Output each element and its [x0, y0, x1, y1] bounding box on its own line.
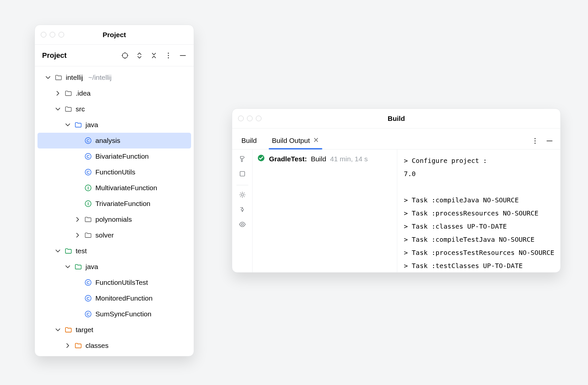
window-controls [238, 116, 261, 121]
tree-item-target[interactable]: target [35, 322, 194, 338]
console-line: 7.0 [404, 170, 416, 178]
folder-icon [84, 232, 92, 238]
tree-item-root[interactable]: intellij ~/intellij [35, 70, 194, 85]
close-window-button[interactable] [41, 32, 46, 37]
tree-item-label: analysis [95, 137, 120, 145]
gear-icon[interactable] [239, 191, 246, 200]
build-titlebar: Build [232, 109, 560, 128]
chevron-down-icon[interactable] [64, 263, 71, 270]
minimize-window-button[interactable] [50, 32, 55, 37]
source-folder-icon [74, 122, 82, 128]
tree-item-label: java [86, 263, 98, 271]
chevron-right-icon[interactable] [64, 342, 71, 349]
console-line: > Task :testClasses UP-TO-DATE [404, 262, 523, 270]
tree-item-label: intellij [66, 74, 83, 81]
tree-item-test[interactable]: test [35, 243, 194, 259]
tree-item-polynomials[interactable]: polynomials [35, 212, 194, 227]
console-line: > Task :classes UP-TO-DATE [404, 222, 507, 230]
console-line: > Task :compileTestJava NO-SOURCE [404, 236, 534, 243]
close-tab-icon[interactable] [313, 137, 319, 145]
project-toolbar: Project [35, 45, 194, 66]
tree-item-java[interactable]: java [35, 117, 194, 133]
chevron-right-icon[interactable] [74, 232, 81, 238]
tree-item-label: java [86, 121, 98, 129]
class-icon [84, 295, 92, 302]
pin-icon[interactable] [239, 206, 246, 215]
tree-item-label: test [76, 247, 87, 255]
more-options-icon[interactable] [165, 52, 172, 59]
tree-item-label: TrivariateFunction [95, 200, 150, 208]
collapse-all-icon[interactable] [150, 52, 158, 59]
chevron-down-icon[interactable] [55, 327, 61, 333]
tree-item-classes[interactable]: classes [35, 338, 194, 353]
tree-item-label: classes [86, 342, 109, 350]
hide-panel-icon[interactable] [179, 52, 186, 59]
close-window-button[interactable] [238, 116, 244, 121]
zoom-window-button[interactable] [256, 116, 261, 121]
tab-build[interactable]: Build [239, 137, 259, 149]
tree-item-label: BivariateFunction [95, 152, 149, 160]
more-options-icon[interactable] [531, 137, 539, 145]
chevron-right-icon[interactable] [55, 90, 61, 97]
select-opened-file-icon[interactable] [121, 52, 129, 59]
build-console[interactable]: > Configure project : 7.0 > Task :compil… [397, 149, 560, 272]
folder-icon [64, 90, 72, 97]
folder-icon [55, 74, 62, 81]
zoom-window-button[interactable] [59, 32, 64, 37]
test-folder-icon [74, 263, 82, 270]
tree-item-multivar[interactable]: MultivariateFunction [35, 180, 194, 196]
chevron-down-icon[interactable] [55, 106, 61, 112]
separator [236, 185, 248, 185]
tree-item-sumsync[interactable]: SumSyncFunction [35, 306, 194, 322]
class-icon [84, 279, 92, 286]
project-toolbar-label[interactable]: Project [42, 51, 67, 60]
excluded-folder-icon [74, 342, 82, 349]
project-tree[interactable]: intellij ~/intellij .idea src java analy… [35, 66, 194, 356]
test-folder-icon [64, 248, 72, 254]
project-panel: Project Project intellij ~/intellij .ide… [35, 25, 194, 356]
class-icon [84, 137, 92, 144]
console-line: > Configure project : [404, 157, 487, 165]
tree-item-solver[interactable]: solver [35, 227, 194, 243]
tree-item-label: solver [95, 231, 114, 239]
tree-item-idea[interactable]: .idea [35, 85, 194, 101]
chevron-down-icon[interactable] [55, 248, 61, 254]
tab-build-output[interactable]: Build Output [270, 137, 321, 149]
tree-item-trivar[interactable]: TrivariateFunction [35, 196, 194, 212]
tree-item-label: MultivariateFunction [95, 184, 157, 192]
minimize-window-button[interactable] [247, 116, 253, 121]
tree-item-path: ~/intellij [88, 74, 112, 81]
tree-item-label: .idea [76, 89, 91, 97]
tree-item-label: FunctionUtilsTest [95, 279, 148, 286]
tree-item-test-java[interactable]: java [35, 259, 194, 275]
hide-panel-icon[interactable] [546, 137, 553, 145]
chevron-down-icon[interactable] [45, 74, 51, 81]
project-titlebar: Project [35, 25, 194, 45]
build-tabs: Build Build Output [232, 128, 560, 149]
tree-item-funcutils[interactable]: FunctionUtils [35, 164, 194, 180]
tree-item-label: polynomials [95, 215, 132, 223]
eye-icon[interactable] [239, 221, 246, 230]
chevron-right-icon[interactable] [74, 216, 81, 223]
build-task-duration: 41 min, 14 s [330, 155, 368, 163]
folder-icon [84, 216, 92, 223]
build-task-list[interactable]: GradleTest: Build 41 min, 14 s [253, 149, 397, 272]
tree-item-futest[interactable]: FunctionUtilsTest [35, 275, 194, 290]
tree-item-analysis[interactable]: analysis [37, 133, 191, 148]
build-panel: Build Build Build Output GradleTest: [232, 108, 561, 273]
folder-icon [64, 106, 72, 112]
tree-item-label: FunctionUtils [95, 168, 135, 176]
tab-label: Build Output [272, 137, 310, 145]
build-task-item[interactable]: GradleTest: Build 41 min, 14 s [257, 154, 394, 164]
tree-item-label: SumSyncFunction [95, 310, 151, 318]
build-body: GradleTest: Build 41 min, 14 s > Configu… [232, 149, 560, 272]
tree-item-bivariate[interactable]: BivariateFunction [35, 148, 194, 164]
expand-all-icon[interactable] [136, 52, 143, 59]
tree-item-src[interactable]: src [35, 101, 194, 117]
tree-item-monitored[interactable]: MonitoredFunction [35, 290, 194, 306]
stop-icon[interactable] [239, 170, 246, 179]
chevron-down-icon[interactable] [64, 122, 71, 128]
interface-icon [84, 184, 92, 192]
window-controls [41, 32, 64, 37]
build-icon[interactable] [239, 155, 246, 164]
